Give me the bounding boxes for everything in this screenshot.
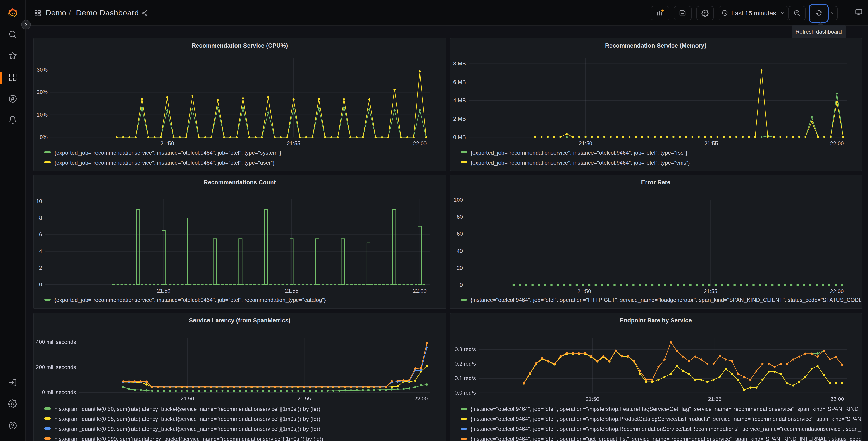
svg-text:21:55: 21:55 bbox=[708, 396, 721, 402]
svg-text:80: 80 bbox=[456, 213, 463, 219]
svg-text:30%: 30% bbox=[37, 66, 48, 72]
svg-text:6: 6 bbox=[39, 231, 42, 237]
svg-text:8: 8 bbox=[39, 215, 42, 221]
svg-text:22:00: 22:00 bbox=[830, 396, 844, 402]
svg-text:20%: 20% bbox=[37, 89, 48, 95]
svg-text:0%: 0% bbox=[40, 134, 48, 140]
svg-text:21:50: 21:50 bbox=[181, 395, 194, 402]
svg-text:22:00: 22:00 bbox=[830, 288, 843, 294]
svg-text:6 MB: 6 MB bbox=[453, 79, 466, 85]
svg-text:4 MB: 4 MB bbox=[453, 97, 466, 103]
svg-text:4: 4 bbox=[39, 248, 42, 254]
svg-text:22:00: 22:00 bbox=[413, 288, 427, 294]
svg-text:21:50: 21:50 bbox=[157, 288, 170, 294]
svg-text:20: 20 bbox=[456, 265, 463, 271]
svg-text:0: 0 bbox=[460, 282, 463, 288]
svg-text:0.2 req/s: 0.2 req/s bbox=[455, 361, 476, 367]
svg-text:8 MB: 8 MB bbox=[453, 60, 466, 66]
svg-text:21:55: 21:55 bbox=[287, 140, 300, 146]
svg-text:21:50: 21:50 bbox=[585, 396, 599, 402]
svg-text:0: 0 bbox=[39, 281, 42, 287]
svg-text:0.0 req/s: 0.0 req/s bbox=[455, 390, 476, 396]
svg-text:21:50: 21:50 bbox=[579, 140, 592, 146]
svg-text:0.3 req/s: 0.3 req/s bbox=[455, 346, 476, 352]
svg-text:60: 60 bbox=[456, 231, 463, 237]
svg-text:0 MB: 0 MB bbox=[453, 134, 466, 140]
svg-text:21:55: 21:55 bbox=[297, 395, 311, 402]
svg-text:0.1 req/s: 0.1 req/s bbox=[455, 375, 476, 381]
svg-text:22:00: 22:00 bbox=[830, 140, 843, 146]
svg-text:21:55: 21:55 bbox=[704, 288, 717, 294]
svg-text:2: 2 bbox=[39, 264, 42, 270]
svg-text:21:55: 21:55 bbox=[704, 140, 718, 146]
svg-text:22:00: 22:00 bbox=[414, 395, 428, 402]
svg-text:21:50: 21:50 bbox=[577, 288, 591, 294]
svg-text:100: 100 bbox=[454, 197, 463, 203]
svg-text:400 milliseconds: 400 milliseconds bbox=[36, 339, 76, 345]
svg-text:22:00: 22:00 bbox=[413, 140, 427, 146]
svg-text:200 milliseconds: 200 milliseconds bbox=[36, 364, 76, 370]
svg-text:2 MB: 2 MB bbox=[453, 115, 466, 122]
svg-text:0 milliseconds: 0 milliseconds bbox=[42, 389, 76, 395]
svg-text:21:55: 21:55 bbox=[285, 288, 299, 294]
svg-text:40: 40 bbox=[456, 248, 463, 254]
svg-text:10: 10 bbox=[36, 198, 42, 204]
svg-text:10%: 10% bbox=[37, 111, 48, 117]
svg-text:21:50: 21:50 bbox=[160, 140, 174, 146]
